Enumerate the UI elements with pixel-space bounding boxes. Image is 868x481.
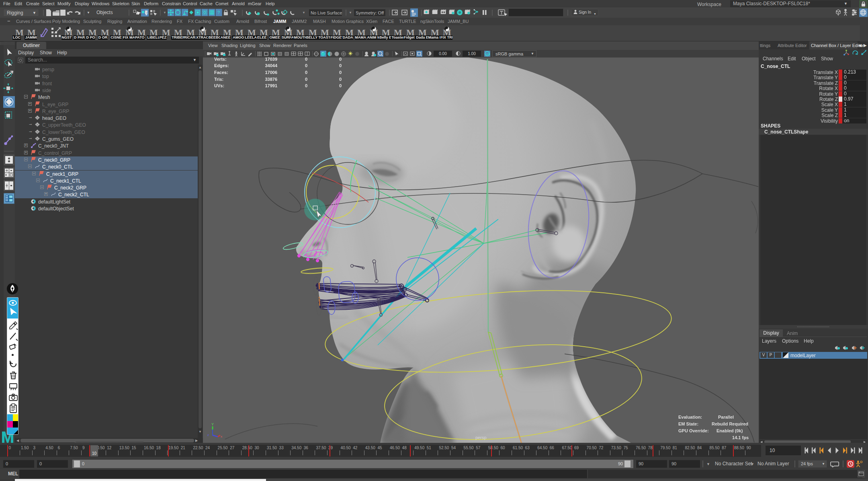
svg-text:z: z bbox=[207, 433, 209, 437]
svg-text:cm: cm bbox=[486, 52, 490, 56]
svg-text:?: ? bbox=[217, 10, 220, 15]
svg-text:x: x bbox=[221, 435, 222, 438]
svg-text:Y: Y bbox=[211, 422, 214, 426]
